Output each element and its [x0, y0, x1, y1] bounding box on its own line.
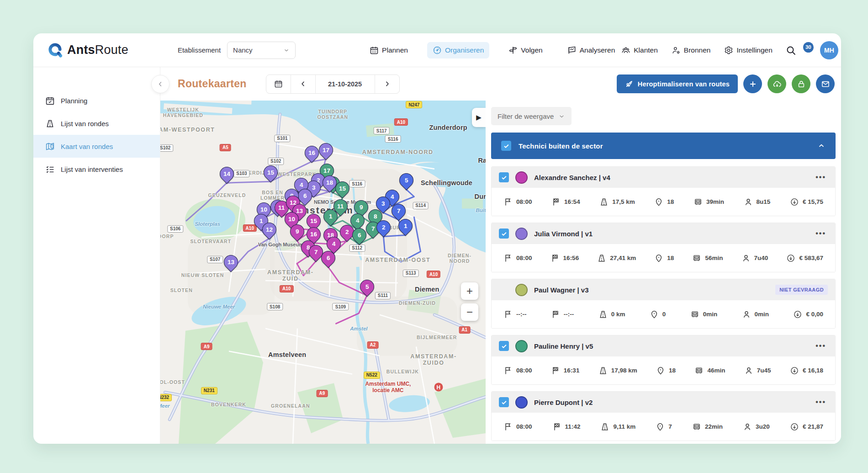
- stops-count-icon: [656, 366, 665, 375]
- chevron-down-icon: [283, 47, 290, 53]
- stat-distance: 17,5 km: [599, 197, 635, 207]
- card-menu-button[interactable]: •••: [814, 173, 828, 181]
- section-technici-buiten-sector[interactable]: Technici buiten de sector: [491, 133, 836, 159]
- lock-button[interactable]: [792, 74, 810, 93]
- card-menu-button[interactable]: •••: [814, 342, 828, 350]
- add-button[interactable]: [743, 74, 762, 93]
- end-time-icon: [550, 254, 560, 263]
- main-nav: PlannenOrganiserenVolgenAnalyseren: [364, 42, 620, 58]
- duration-icon: [744, 197, 753, 207]
- end-time-icon: [551, 366, 560, 375]
- gear-icon: [724, 46, 733, 55]
- etablissement: Etablissement Nancy: [178, 42, 296, 59]
- stat-duration: 0min: [742, 310, 769, 319]
- end-time-icon: [551, 197, 561, 207]
- mappin-icon: [45, 142, 55, 151]
- route-checkbox[interactable]: [499, 229, 509, 239]
- driving-time-icon: [692, 422, 701, 431]
- nav-item-klanten[interactable]: Klanten: [620, 44, 659, 57]
- persongear-icon: [672, 46, 681, 55]
- mail-button[interactable]: [816, 74, 835, 93]
- section-title: Technici buiten de sector: [519, 142, 603, 150]
- stat-end-time: 16:54: [551, 197, 580, 207]
- duration-icon: [744, 366, 753, 375]
- technician-cards: Alexandre Sanchez | v4•••08:0016:5417,5 …: [491, 166, 836, 441]
- technician-card: Pauline Henry | v5•••08:0016:3117,98 km1…: [491, 335, 836, 385]
- nav-item-plannen[interactable]: Plannen: [364, 42, 413, 58]
- sidebar-item-kaart-van-rondes[interactable]: Kaart van rondes: [33, 135, 160, 158]
- route-stats: --:----:--0 km00min0min€ 0,00: [492, 300, 835, 328]
- stat-start-time: 08:00: [503, 197, 532, 207]
- technician-card: Pierre Dupont | v2•••08:0011:429,11 km72…: [491, 391, 836, 441]
- cost-icon: [793, 310, 802, 319]
- etablissement-select[interactable]: Nancy: [227, 42, 296, 59]
- technician-card: Alexandre Sanchez | v4•••08:0016:5417,5 …: [491, 166, 836, 216]
- zoom-in-button[interactable]: +: [461, 282, 478, 300]
- nav-item-analyseren[interactable]: Analyseren: [562, 42, 621, 58]
- map-zoom-controls: + −: [461, 282, 478, 321]
- sidebar-item-lijst-van-rondes[interactable]: Lijst van rondes: [33, 112, 160, 135]
- calendarcheck-icon: [45, 96, 55, 106]
- stat-duration: 7u45: [744, 366, 771, 375]
- stat-cost: € 21,87: [790, 422, 823, 431]
- duration-icon: [742, 310, 751, 319]
- page-title: Routekaarten: [178, 78, 247, 90]
- people-icon: [621, 46, 630, 55]
- stat-distance: 17,98 km: [598, 366, 637, 375]
- end-time-icon: [552, 422, 561, 431]
- route-checkbox[interactable]: [499, 341, 509, 351]
- prev-day-button[interactable]: [291, 75, 315, 93]
- stops-count-icon: [654, 254, 663, 263]
- filter-display-dropdown[interactable]: Filter de weergave: [491, 107, 572, 125]
- duration-icon: [741, 254, 751, 263]
- nav-item-organiseren[interactable]: Organiseren: [427, 42, 489, 58]
- card-menu-button[interactable]: •••: [814, 398, 828, 406]
- sidebar-item-planning[interactable]: Planning: [33, 89, 160, 112]
- notification-count-badge: 30: [803, 42, 814, 53]
- stops-count-icon: [650, 310, 659, 319]
- start-time-icon: [503, 422, 513, 431]
- route-checkbox[interactable]: [499, 172, 509, 182]
- stat-cost: € 583,67: [786, 254, 823, 263]
- zoom-out-button[interactable]: −: [461, 303, 478, 321]
- nav-item-instellingen[interactable]: Instellingen: [723, 44, 773, 57]
- end-time-icon: [551, 310, 560, 319]
- cost-icon: [790, 366, 799, 375]
- calendar-button[interactable]: [266, 75, 291, 93]
- route-stats: 08:0016:3117,98 km1846min7u45€ 16,18: [492, 356, 835, 384]
- etablissement-label: Etablissement: [178, 46, 221, 54]
- section-checkbox[interactable]: [501, 141, 511, 151]
- card-menu-button[interactable]: •••: [814, 229, 828, 238]
- nav-item-volgen[interactable]: Volgen: [503, 42, 548, 58]
- reoptimize-routes-button[interactable]: Heroptimaliseren van routes: [617, 74, 738, 93]
- toolbar: Routekaarten 21-10-2025 Heroptimaliseren…: [160, 67, 841, 101]
- stat-distance: 9,11 km: [600, 422, 635, 431]
- technician-name: Pauline Henry | v5: [534, 342, 593, 350]
- date-value[interactable]: 21-10-2025: [315, 75, 375, 93]
- sidebar-item-lijst-van-interventies[interactable]: Lijst van interventies: [33, 158, 160, 181]
- route-checkbox[interactable]: [499, 397, 509, 407]
- driving-time-icon: [694, 366, 704, 375]
- cost-icon: [790, 197, 799, 207]
- stat-cost: € 15,75: [790, 197, 823, 207]
- main-area: Routekaarten 21-10-2025 Heroptimaliseren…: [160, 67, 841, 444]
- driving-time-icon: [693, 197, 703, 207]
- technician-color-dot: [515, 340, 528, 352]
- cost-icon: [790, 422, 799, 431]
- next-day-button[interactable]: [375, 75, 399, 93]
- search-icon[interactable]: [785, 45, 796, 56]
- antsroute-logo-icon: [47, 42, 63, 58]
- nav-item-bronnen[interactable]: Bronnen: [671, 44, 712, 57]
- brand-logo[interactable]: AntsRoute: [47, 42, 128, 58]
- stat-stops-count: 7: [656, 422, 672, 431]
- map[interactable]: WESTELIJK HAVENGEBIEDTUINDORP OOSTZAANAM…: [160, 101, 486, 444]
- navbar: AntsRoute Etablissement Nancy PlannenOrg…: [33, 33, 841, 67]
- map-panel-collapse-button[interactable]: ▶: [472, 108, 486, 127]
- cloud-download-button[interactable]: [767, 74, 786, 93]
- collapse-sidebar-button[interactable]: [151, 75, 169, 93]
- app-window: AntsRoute Etablissement Nancy PlannenOrg…: [33, 33, 841, 444]
- technician-color-dot: [515, 396, 528, 409]
- route-stats: 08:0011:429,11 km722min3u20€ 21,87: [492, 413, 835, 441]
- avatar[interactable]: MH: [820, 41, 838, 59]
- stat-start-time: 08:00: [503, 422, 532, 431]
